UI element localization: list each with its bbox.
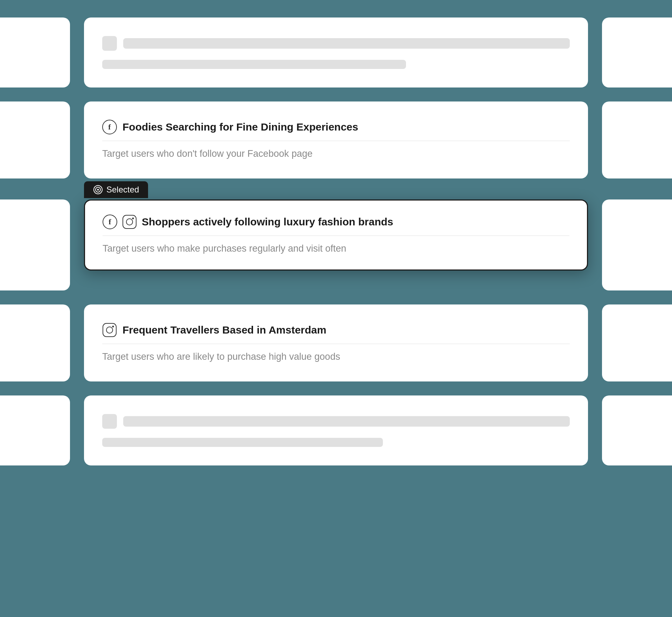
foodies-title-row: f Foodies Searching for Fine Dining Expe…	[102, 120, 570, 134]
foodies-card[interactable]: f Foodies Searching for Fine Dining Expe…	[84, 101, 588, 178]
travellers-divider	[102, 344, 570, 344]
facebook-icon-shoppers: f	[103, 215, 117, 229]
row-skeleton-top	[0, 17, 672, 87]
row-foodies: f Foodies Searching for Fine Dining Expe…	[0, 101, 672, 178]
shoppers-description: Target users who make purchases regularl…	[103, 243, 346, 254]
right-partial-card-3	[602, 199, 672, 290]
selected-label: Selected	[106, 185, 139, 195]
skeleton-title-row-2	[102, 414, 570, 429]
foodies-title: Foodies Searching for Fine Dining Experi…	[122, 121, 358, 133]
right-partial-card-4	[602, 304, 672, 381]
svg-text:f: f	[108, 217, 111, 226]
skeleton-desc-line-1	[102, 60, 406, 69]
left-partial-card-2	[0, 101, 70, 178]
svg-rect-10	[103, 323, 116, 337]
left-partial-card-1	[0, 17, 70, 87]
skeleton-desc-line-2	[102, 438, 383, 447]
travellers-title: Frequent Travellers Based in Amsterdam	[122, 324, 326, 336]
right-partial-card-1	[602, 17, 672, 87]
right-partial-card-2	[602, 101, 672, 178]
main-layout: f Foodies Searching for Fine Dining Expe…	[0, 0, 672, 617]
instagram-icon-shoppers	[122, 215, 137, 229]
svg-point-4	[97, 189, 99, 191]
skeleton-card-top	[84, 17, 588, 87]
svg-point-8	[126, 219, 133, 225]
left-partial-card-5	[0, 395, 70, 465]
skeleton-title-line-2	[123, 416, 570, 427]
shoppers-divider	[103, 236, 569, 236]
shoppers-title: Shoppers actively following luxury fashi…	[142, 216, 393, 228]
shoppers-title-row: f Shoppers actively following luxury fas…	[103, 215, 569, 229]
selected-tab: Selected	[84, 181, 148, 198]
svg-point-9	[132, 218, 134, 219]
selected-wrapper: Selected f Shoppers actively following l…	[84, 199, 588, 290]
svg-point-12	[112, 325, 114, 327]
left-partial-card-4	[0, 304, 70, 381]
foodies-divider	[102, 141, 570, 141]
right-partial-card-5	[602, 395, 672, 465]
travellers-title-row: Frequent Travellers Based in Amsterdam	[102, 323, 570, 337]
row-shoppers: Selected f Shoppers actively following l…	[0, 199, 672, 290]
skeleton-title-line-1	[123, 38, 570, 49]
svg-rect-7	[123, 215, 136, 229]
shoppers-card[interactable]: f Shoppers actively following luxury fas…	[84, 199, 588, 271]
instagram-icon-travellers	[102, 323, 117, 337]
skeleton-icon-2	[102, 414, 117, 429]
svg-point-11	[106, 327, 113, 333]
facebook-icon-foodies: f	[102, 120, 117, 134]
skeleton-title-row-1	[102, 36, 570, 51]
travellers-description: Target users who are likely to purchase …	[102, 350, 570, 364]
foodies-description: Target users who don't follow your Faceb…	[102, 147, 570, 161]
svg-text:f: f	[108, 122, 111, 131]
skeleton-icon-1	[102, 36, 117, 51]
left-partial-card-3	[0, 199, 70, 290]
travellers-card[interactable]: Frequent Travellers Based in Amsterdam T…	[84, 304, 588, 381]
row-travellers: Frequent Travellers Based in Amsterdam T…	[0, 304, 672, 381]
target-icon-selected	[93, 185, 103, 195]
skeleton-card-bottom	[84, 395, 588, 465]
row-skeleton-bottom	[0, 395, 672, 465]
